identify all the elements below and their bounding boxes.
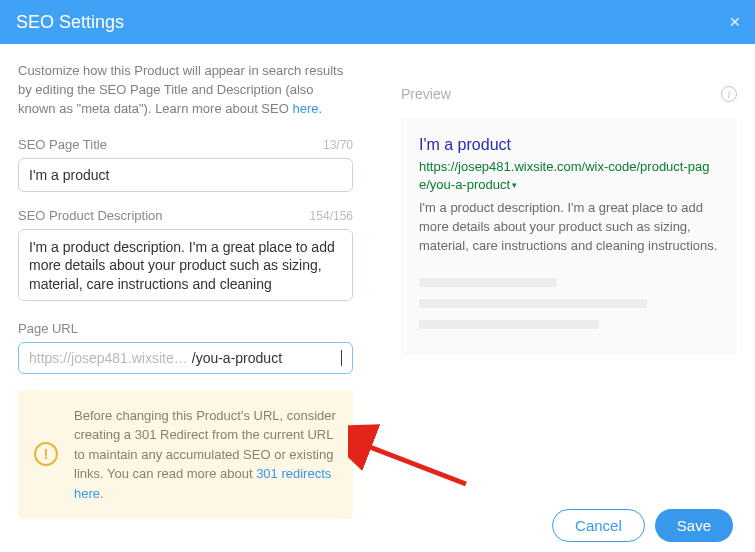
page-url-block: Page URL https://josep481.wixsite… /you-…	[18, 321, 353, 374]
warning-text-after: .	[100, 486, 104, 501]
info-icon[interactable]: i	[721, 86, 737, 102]
preview-label: Preview	[401, 86, 451, 102]
cancel-button[interactable]: Cancel	[552, 509, 645, 542]
page-url-slug[interactable]: /you-a-product	[192, 350, 342, 366]
seo-desc-input[interactable]	[18, 229, 353, 301]
warning-box: ! Before changing this Product's URL, co…	[18, 390, 353, 520]
right-panel: Preview i I'm a product https://josep481…	[353, 62, 737, 496]
dialog-footer: Cancel Save	[552, 509, 733, 542]
dialog-title: SEO Settings	[16, 12, 124, 33]
seo-desc-block: SEO Product Description 154/156	[18, 208, 353, 305]
intro-seo-link[interactable]: here	[292, 101, 318, 116]
page-url-input-wrap[interactable]: https://josep481.wixsite… /you-a-product	[18, 342, 353, 374]
preview-skeleton	[419, 278, 719, 329]
skeleton-line	[419, 299, 647, 308]
preview-description: I'm a product description. I'm a great p…	[419, 199, 719, 256]
seo-title-label: SEO Page Title	[18, 137, 107, 152]
save-button[interactable]: Save	[655, 509, 733, 542]
skeleton-line	[419, 278, 557, 287]
left-panel: Customize how this Product will appear i…	[18, 62, 353, 496]
close-icon[interactable]: ✕	[729, 14, 741, 30]
page-url-prefix: https://josep481.wixsite…	[29, 350, 188, 366]
seo-title-block: SEO Page Title 13/70	[18, 137, 353, 192]
preview-url-text: https://josep481.wixsite.com/wix-code/pr…	[419, 159, 709, 192]
warning-icon: !	[34, 442, 58, 466]
preview-card: I'm a product https://josep481.wixsite.c…	[401, 118, 737, 355]
preview-url: https://josep481.wixsite.com/wix-code/pr…	[419, 158, 719, 193]
intro-text-after: .	[318, 101, 322, 116]
page-url-label: Page URL	[18, 321, 78, 336]
dialog-content: Customize how this Product will appear i…	[0, 44, 755, 496]
seo-desc-label: SEO Product Description	[18, 208, 163, 223]
seo-title-count: 13/70	[323, 138, 353, 152]
skeleton-line	[419, 320, 599, 329]
preview-header: Preview i	[401, 86, 737, 102]
seo-desc-count: 154/156	[310, 209, 353, 223]
seo-title-input[interactable]	[18, 158, 353, 192]
preview-title: I'm a product	[419, 136, 719, 154]
chevron-down-icon: ▾	[512, 179, 517, 191]
intro-text: Customize how this Product will appear i…	[18, 62, 353, 119]
dialog-header: SEO Settings ✕	[0, 0, 755, 44]
